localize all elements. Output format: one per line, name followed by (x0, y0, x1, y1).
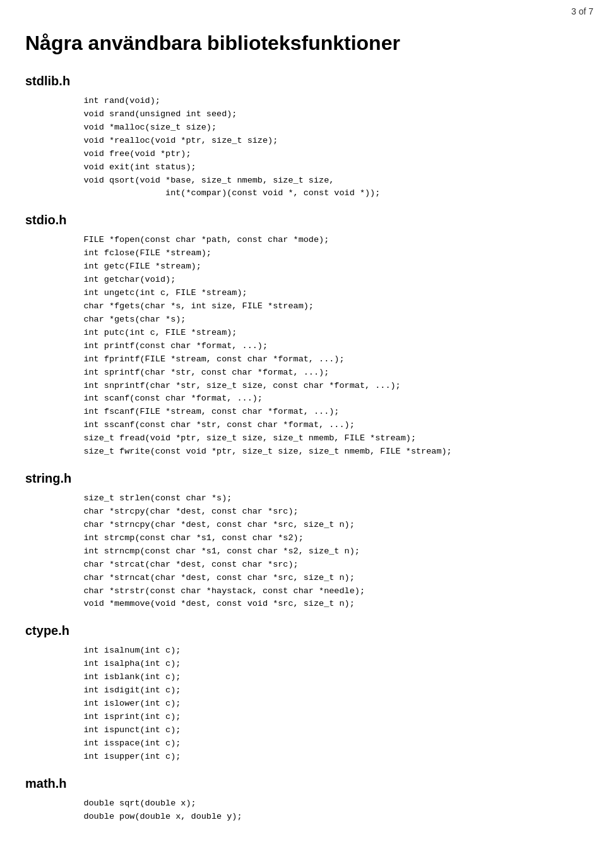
page-number: 3 of 7 (571, 6, 593, 16)
section-header-stdio: stdio.h (25, 213, 581, 227)
section-ctype: ctype.h int isalnum(int c); int isalpha(… (25, 624, 581, 763)
section-stdio: stdio.h FILE *fopen(const char *path, co… (25, 213, 581, 459)
section-stdlib: stdlib.h int rand(void); void srand(unsi… (25, 74, 581, 200)
section-header-string: string.h (25, 471, 581, 486)
code-block-string: size_t strlen(const char *s); char *strc… (63, 492, 581, 611)
section-header-ctype: ctype.h (25, 624, 581, 638)
code-block-math: double sqrt(double x); double pow(double… (63, 797, 581, 824)
code-block-stdio: FILE *fopen(const char *path, const char… (63, 234, 581, 459)
code-block-stdlib: int rand(void); void srand(unsigned int … (63, 95, 581, 200)
section-math: math.h double sqrt(double x); double pow… (25, 776, 581, 824)
code-block-ctype: int isalnum(int c); int isalpha(int c); … (63, 644, 581, 763)
section-header-stdlib: stdlib.h (25, 74, 581, 88)
section-header-math: math.h (25, 776, 581, 791)
section-string: string.h size_t strlen(const char *s); c… (25, 471, 581, 611)
main-title: Några användbara biblioteksfunktioner (25, 32, 581, 55)
